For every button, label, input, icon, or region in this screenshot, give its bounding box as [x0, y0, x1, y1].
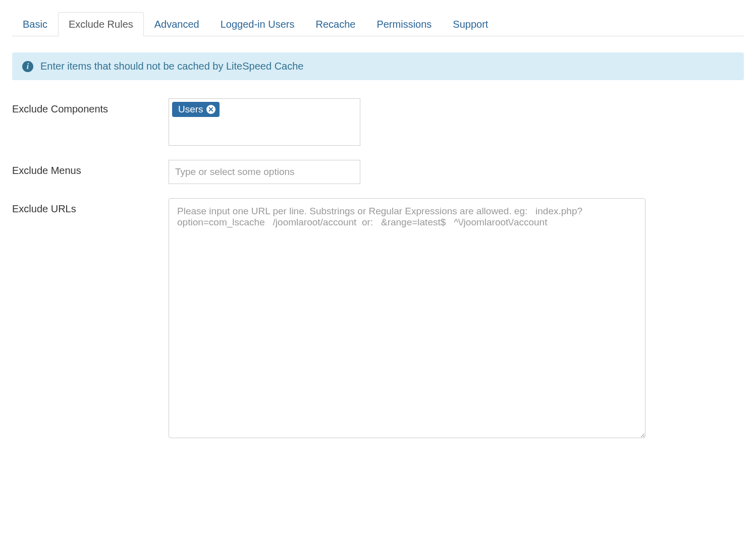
tabs-bar: Basic Exclude Rules Advanced Logged-in U… [12, 12, 744, 36]
info-icon: i [22, 61, 33, 72]
info-alert-text: Enter items that should not be cached by… [40, 61, 303, 72]
tab-advanced[interactable]: Advanced [144, 12, 210, 36]
tab-recache[interactable]: Recache [305, 12, 366, 36]
row-exclude-menus: Exclude Menus Type or select some option… [12, 160, 744, 184]
tab-exclude-rules[interactable]: Exclude Rules [58, 12, 144, 36]
exclude-components-input[interactable]: Users ✕ [169, 98, 360, 146]
label-exclude-menus: Exclude Menus [12, 160, 169, 176]
row-exclude-urls: Exclude URLs [12, 198, 744, 441]
tab-permissions[interactable]: Permissions [366, 12, 442, 36]
tab-basic[interactable]: Basic [12, 12, 58, 36]
label-exclude-components: Exclude Components [12, 98, 169, 115]
exclude-urls-textarea[interactable] [169, 198, 645, 438]
tag-label: Users [178, 104, 203, 115]
tab-support[interactable]: Support [442, 12, 499, 36]
close-icon[interactable]: ✕ [206, 105, 215, 114]
info-alert: i Enter items that should not be cached … [12, 52, 744, 80]
exclude-menus-input[interactable]: Type or select some options [169, 160, 360, 184]
label-exclude-urls: Exclude URLs [12, 198, 169, 215]
row-exclude-components: Exclude Components Users ✕ [12, 98, 744, 146]
exclude-menus-placeholder: Type or select some options [175, 166, 295, 177]
tab-logged-in-users[interactable]: Logged-in Users [210, 12, 305, 36]
tag-item: Users ✕ [172, 102, 220, 117]
